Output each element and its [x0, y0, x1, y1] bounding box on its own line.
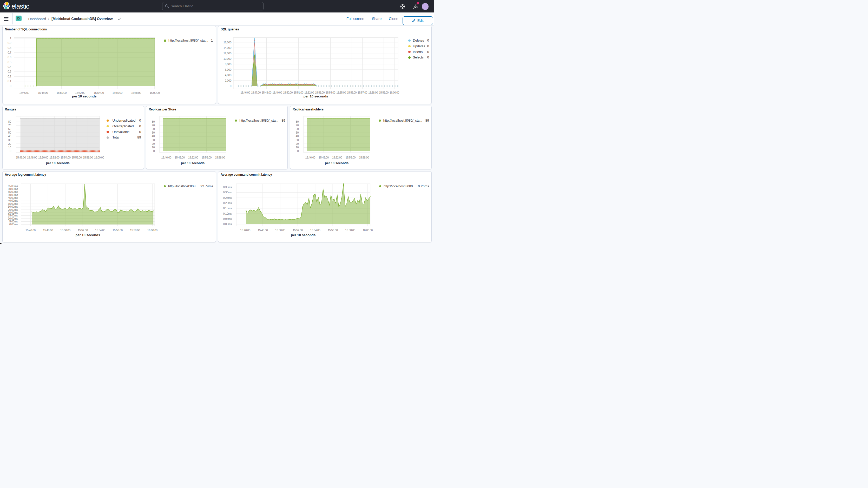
svg-text:15:57:00: 15:57:00: [358, 91, 367, 94]
svg-text:15:52:00: 15:52:00: [292, 229, 303, 232]
svg-text:0.1: 0.1: [7, 80, 11, 83]
svg-text:16:00:00: 16:00:00: [94, 156, 104, 159]
svg-text:60.00ms: 60.00ms: [8, 187, 18, 190]
svg-text:15:55:00: 15:55:00: [202, 156, 212, 159]
svg-text:15:52:00: 15:52:00: [78, 229, 88, 232]
svg-text:10,000: 10,000: [223, 57, 231, 60]
svg-text:15:49:00: 15:49:00: [272, 91, 282, 94]
svg-text:0.9: 0.9: [7, 41, 11, 44]
svg-text:20: 20: [8, 142, 11, 145]
svg-text:0.00ms: 0.00ms: [223, 222, 232, 225]
svg-text:30: 30: [152, 139, 155, 142]
svg-text:16:00:00: 16:00:00: [363, 229, 373, 232]
svg-text:60: 60: [296, 127, 299, 130]
svg-text:0.00ms: 0.00ms: [9, 223, 18, 226]
svg-text:15:52:00: 15:52:00: [304, 91, 314, 94]
svg-text:50: 50: [8, 131, 11, 134]
svg-text:15:52:00: 15:52:00: [75, 91, 85, 94]
svg-text:15:51:00: 15:51:00: [294, 91, 303, 94]
svg-text:15:53:00: 15:53:00: [315, 91, 324, 94]
svg-text:65.00ms: 65.00ms: [8, 184, 18, 187]
svg-text:15:46:00: 15:46:00: [16, 156, 26, 159]
svg-text:15:58:00: 15:58:00: [131, 91, 141, 94]
svg-text:per 10 seconds: per 10 seconds: [72, 94, 96, 98]
svg-text:15:49:00: 15:49:00: [175, 156, 185, 159]
svg-text:80: 80: [296, 120, 299, 123]
svg-text:per 10 seconds: per 10 seconds: [291, 233, 316, 237]
svg-text:per 10 seconds: per 10 seconds: [75, 233, 100, 237]
svg-text:12,000: 12,000: [223, 52, 231, 55]
svg-text:15:46:00: 15:46:00: [161, 156, 172, 159]
svg-text:16:00:00: 16:00:00: [149, 91, 160, 94]
svg-text:0.7: 0.7: [7, 51, 11, 54]
svg-text:10: 10: [8, 146, 11, 149]
svg-text:60: 60: [152, 127, 155, 130]
svg-text:15:55:00: 15:55:00: [336, 91, 346, 94]
svg-text:15:58:00: 15:58:00: [345, 229, 355, 232]
svg-text:15:46:00: 15:46:00: [240, 229, 250, 232]
svg-text:15:50:00: 15:50:00: [283, 91, 292, 94]
svg-text:35.00ms: 35.00ms: [8, 202, 18, 205]
svg-text:0.8: 0.8: [7, 46, 11, 49]
svg-text:15:58:00: 15:58:00: [215, 156, 225, 159]
svg-text:15:54:00: 15:54:00: [95, 229, 105, 232]
svg-text:0.15ms: 0.15ms: [223, 207, 232, 210]
svg-text:40: 40: [152, 135, 155, 138]
svg-text:0.25ms: 0.25ms: [223, 196, 232, 199]
svg-text:60: 60: [8, 127, 11, 130]
svg-text:1: 1: [10, 37, 11, 40]
svg-text:15:46:00: 15:46:00: [19, 91, 29, 94]
svg-text:45.00ms: 45.00ms: [8, 196, 18, 199]
svg-text:16,000: 16,000: [223, 41, 231, 44]
svg-text:80: 80: [8, 120, 11, 123]
svg-text:0.20ms: 0.20ms: [223, 201, 232, 204]
svg-text:0: 0: [153, 149, 155, 153]
svg-text:15:52:00: 15:52:00: [188, 156, 198, 159]
svg-text:0.10ms: 0.10ms: [223, 212, 232, 215]
svg-text:per 10 seconds: per 10 seconds: [325, 161, 348, 165]
svg-text:0.30ms: 0.30ms: [223, 191, 232, 194]
svg-text:40: 40: [8, 135, 11, 138]
svg-text:6,000: 6,000: [225, 68, 231, 71]
svg-text:0: 0: [230, 85, 231, 88]
svg-text:15:48:00: 15:48:00: [43, 229, 53, 232]
svg-text:15:54:00: 15:54:00: [94, 91, 104, 94]
svg-text:0.05ms: 0.05ms: [223, 217, 232, 220]
svg-text:10: 10: [152, 146, 155, 149]
svg-text:15:58:00: 15:58:00: [130, 229, 140, 232]
svg-text:0.35ms: 0.35ms: [223, 186, 232, 189]
svg-text:15:46:00: 15:46:00: [305, 156, 315, 159]
svg-text:15:47:00: 15:47:00: [251, 91, 261, 94]
svg-text:15:48:00: 15:48:00: [258, 229, 268, 232]
svg-text:50: 50: [152, 131, 155, 134]
svg-text:15:48:00: 15:48:00: [38, 91, 48, 94]
svg-text:15:46:00: 15:46:00: [26, 229, 36, 232]
svg-text:15:52:00: 15:52:00: [332, 156, 342, 159]
svg-text:15:56:00: 15:56:00: [112, 91, 122, 94]
svg-text:55.00ms: 55.00ms: [8, 190, 18, 193]
svg-text:50.00ms: 50.00ms: [8, 193, 18, 196]
svg-text:0: 0: [10, 85, 11, 88]
svg-text:per 10 seconds: per 10 seconds: [181, 161, 205, 165]
svg-text:per 10 seconds: per 10 seconds: [46, 161, 69, 165]
svg-text:30: 30: [8, 139, 11, 142]
svg-text:0.5: 0.5: [7, 61, 11, 64]
svg-text:14,000: 14,000: [223, 46, 231, 49]
svg-text:per 10 seconds: per 10 seconds: [304, 94, 328, 98]
svg-text:4,000: 4,000: [225, 73, 231, 77]
svg-text:16:00:00: 16:00:00: [390, 91, 399, 94]
svg-text:15:54:00: 15:54:00: [310, 229, 320, 232]
svg-text:15:46:00: 15:46:00: [240, 91, 250, 94]
svg-text:0.4: 0.4: [7, 65, 11, 68]
svg-text:0: 0: [297, 149, 299, 153]
svg-text:70: 70: [296, 124, 299, 127]
svg-text:15:49:00: 15:49:00: [319, 156, 329, 159]
svg-text:0.6: 0.6: [7, 56, 11, 59]
svg-text:70: 70: [8, 124, 11, 127]
svg-text:40: 40: [296, 135, 299, 138]
svg-text:0.3: 0.3: [7, 70, 11, 73]
svg-text:15:56:00: 15:56:00: [72, 156, 82, 159]
svg-text:0.2: 0.2: [7, 75, 11, 78]
svg-text:10.00ms: 10.00ms: [8, 217, 18, 220]
svg-text:15:56:00: 15:56:00: [113, 229, 123, 232]
